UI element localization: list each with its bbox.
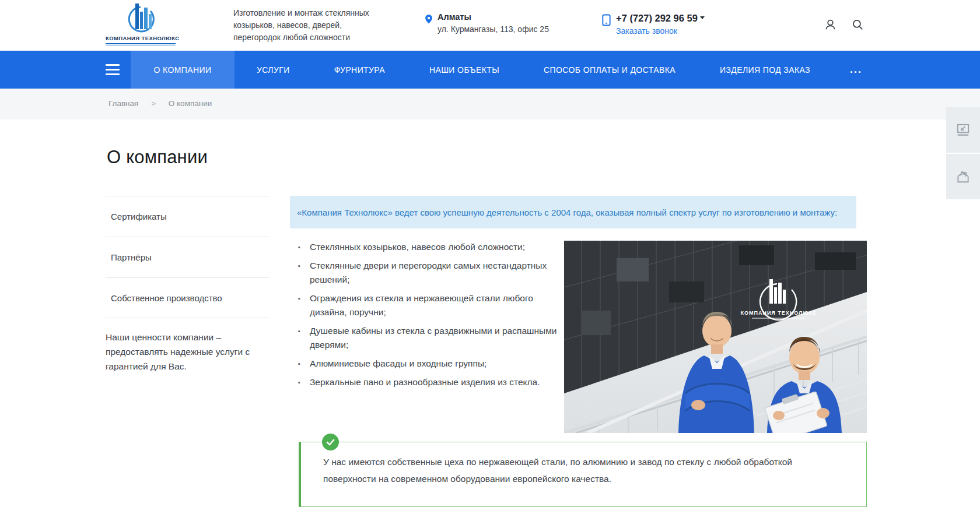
list-item: Зеркальные пано и разнообразные изделия … [297, 375, 566, 389]
company-logo[interactable]: КОМПАНИЯ ТЕХНОЛЮКС [106, 3, 176, 46]
page: КОМПАНИЯ ТЕХНОЛЮКС Изготовление и монтаж… [0, 0, 980, 514]
nav-item-custom-products[interactable]: ИЗДЕЛИЯ ПОД ЗАКАЗ [698, 51, 832, 89]
sidebar-item-certificates[interactable]: Сертификаты [106, 196, 270, 237]
list-item: Стеклянных козырьков, навесов любой слож… [297, 240, 566, 254]
user-icon[interactable] [824, 18, 837, 31]
intro-highlight-box: «Компания Технолюкс» ведет свою успешную… [290, 196, 856, 228]
note-box: У нас имеются собственные цеха по нержав… [299, 434, 867, 507]
company-values-text: Наши ценности компании – предоставлять н… [106, 330, 281, 374]
list-item: Ограждения из стекла и нержавеющей стали… [297, 291, 566, 319]
hamburger-icon[interactable] [106, 51, 131, 89]
logo-rule [106, 45, 176, 46]
nav-more-button[interactable]: ... [832, 51, 880, 89]
location-block: Алматы ул. Курмангазы, 113, офис 25 [424, 12, 549, 34]
logo-rule [106, 43, 176, 44]
list-item: Душевые кабины из стекла с раздвижными и… [297, 324, 566, 352]
note-text: У нас имеются собственные цеха по нержав… [323, 453, 825, 487]
nav-item-objects[interactable]: НАШИ ОБЪЕКТЫ [407, 51, 522, 89]
workers-photo: КОМПАНИЯ ТЕХНОЛЮКС [564, 241, 867, 433]
location-city[interactable]: Алматы [438, 12, 549, 22]
phone-block: +7 (727) 292 96 59 Заказать звонок [601, 13, 705, 36]
callback-link[interactable]: Заказать звонок [616, 26, 705, 36]
map-pin-icon [424, 13, 434, 25]
list-item: Алюминиевые фасады и входные группы; [297, 357, 566, 371]
breadcrumb: Главная > О компании [0, 89, 980, 119]
breadcrumb-home[interactable]: Главная [108, 99, 138, 108]
phone-dropdown-caret[interactable] [700, 16, 705, 19]
intro-text: «Компания Технолюкс» ведет свою успешную… [290, 207, 837, 217]
check-circle-icon [322, 434, 339, 450]
watermark-text: КОМПАНИЯ ТЕХНОЛЮКС [740, 310, 817, 316]
mobile-phone-icon [601, 14, 612, 26]
mail-open-button[interactable] [946, 154, 980, 199]
logo-buildings-icon [118, 3, 163, 34]
side-tool-panel [946, 107, 980, 200]
header: КОМПАНИЯ ТЕХНОЛЮКС Изготовление и монтаж… [0, 0, 980, 51]
breadcrumb-current: О компании [169, 99, 212, 108]
location-address: ул. Курмангазы, 113, офис 25 [438, 24, 549, 34]
mail-open-icon [956, 169, 971, 184]
import-box-button[interactable] [946, 107, 980, 153]
sidebar-item-production[interactable]: Собственное производство [106, 277, 270, 318]
phone-number-text: +7 (727) 292 96 59 [616, 13, 698, 23]
main-nav: О КОМПАНИИ УСЛУГИ ФУРНИТУРА НАШИ ОБЪЕКТЫ… [0, 51, 980, 89]
nav-item-about[interactable]: О КОМПАНИИ [131, 51, 235, 89]
list-item: Стеклянные двери и перегородки самых нес… [297, 259, 566, 287]
nav-item-payment-delivery[interactable]: СПОСОБ ОПЛАТЫ И ДОСТАВКА [522, 51, 698, 89]
phone-number[interactable]: +7 (727) 292 96 59 [616, 13, 705, 24]
import-box-icon [956, 122, 971, 138]
nav-item-services[interactable]: УСЛУГИ [235, 51, 312, 89]
sidebar-menu: Сертификаты Партнёры Собственное произво… [106, 196, 270, 318]
services-list: Стеклянных козырьков, навесов любой слож… [297, 240, 566, 394]
nav-item-furniture[interactable]: ФУРНИТУРА [312, 51, 407, 89]
breadcrumb-separator: > [151, 99, 156, 108]
logo-text: КОМПАНИЯ ТЕХНОЛЮКС [106, 35, 176, 41]
sidebar-item-partners[interactable]: Партнёры [106, 237, 270, 277]
search-icon[interactable] [851, 18, 864, 31]
company-tagline: Изготовление и монтаж стеклянных козырьк… [233, 7, 376, 44]
page-title: О компании [107, 147, 208, 168]
